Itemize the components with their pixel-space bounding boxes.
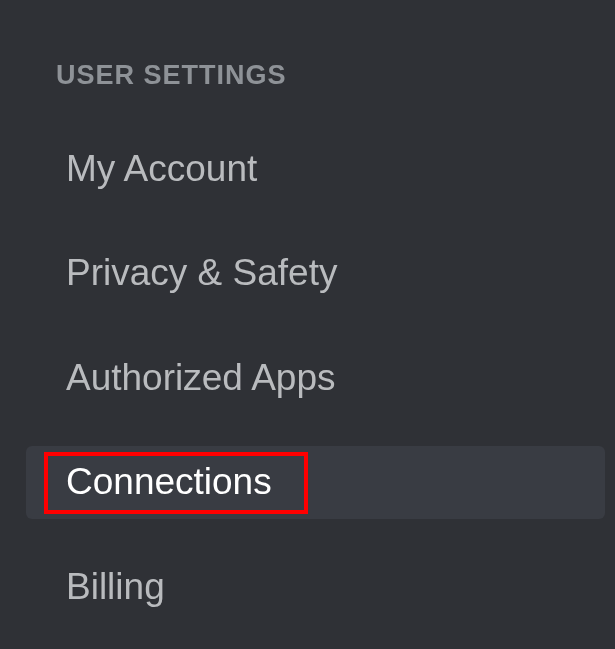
sidebar-item-privacy-safety[interactable]: Privacy & Safety	[48, 237, 595, 309]
sidebar-item-label: Connections	[66, 461, 272, 502]
sidebar-item-label: Privacy & Safety	[66, 252, 337, 293]
settings-sidebar: USER SETTINGS My Account Privacy & Safet…	[0, 0, 615, 623]
sidebar-item-label: Authorized Apps	[66, 357, 335, 398]
section-header-user-settings: USER SETTINGS	[48, 60, 595, 91]
sidebar-item-label: Billing	[66, 566, 165, 607]
sidebar-item-my-account[interactable]: My Account	[48, 133, 595, 205]
sidebar-item-label: My Account	[66, 148, 257, 189]
sidebar-item-billing[interactable]: Billing	[48, 551, 595, 623]
sidebar-item-connections[interactable]: Connections	[26, 446, 605, 518]
sidebar-item-authorized-apps[interactable]: Authorized Apps	[48, 342, 595, 414]
